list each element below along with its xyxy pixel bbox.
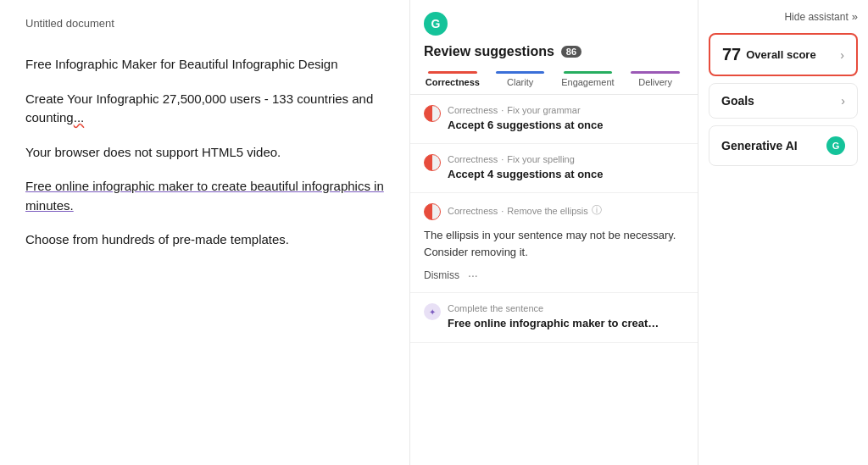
suggestion-text-4: Free online infographic maker to creat… xyxy=(448,316,659,331)
complete-sentence-icon: ✦ xyxy=(424,303,441,320)
goals-chevron: › xyxy=(841,94,845,108)
goals-label: Goals xyxy=(721,94,754,108)
suggestion-meta-2: Correctness · Fix your spelling xyxy=(448,154,604,164)
category-tabs: Correctness Clarity Engagement Delivery xyxy=(410,66,698,95)
suggestion-remove-ellipsis[interactable]: Correctness · Remove the ellipsis ⓘ The … xyxy=(410,193,698,293)
tab-delivery[interactable]: Delivery xyxy=(621,66,689,94)
ellipsis-icon xyxy=(424,203,441,220)
grammarly-header: G xyxy=(410,0,698,36)
generative-ai-card[interactable]: Generative AI G xyxy=(709,125,858,166)
suggestion-actions-3: Dismiss ··· xyxy=(424,268,684,282)
dismiss-button[interactable]: Dismiss xyxy=(424,269,459,281)
goals-card[interactable]: Goals › xyxy=(709,83,858,119)
tab-engagement[interactable]: Engagement xyxy=(554,66,622,94)
chevrons-icon: » xyxy=(852,10,858,23)
document-content: Free Infographic Maker for Beautiful Inf… xyxy=(25,55,384,250)
suggestion-meta-4: Complete the sentence xyxy=(448,303,659,313)
paragraph-4: Free online infographic maker to create … xyxy=(25,177,384,215)
gen-ai-icon: G xyxy=(826,136,845,155)
grammarly-logo: G xyxy=(424,12,448,36)
suggestions-panel: G Review suggestions 86 Correctness Clar… xyxy=(410,0,698,465)
score-chevron: › xyxy=(840,48,844,62)
review-header: Review suggestions 86 xyxy=(410,36,698,66)
paragraph-5: Choose from hundreds of pre-made templat… xyxy=(25,230,384,250)
tab-correctness[interactable]: Correctness xyxy=(419,66,487,94)
paragraph-3: Your browser does not support HTML5 vide… xyxy=(25,143,384,163)
spelling-error: ... xyxy=(74,110,85,125)
grammar-icon xyxy=(424,105,441,122)
clarity-tab-bar xyxy=(496,71,544,74)
suggestion-complete-sentence[interactable]: ✦ Complete the sentence Free online info… xyxy=(410,293,698,342)
document-panel: Untitled document Free Infographic Maker… xyxy=(0,0,410,465)
overall-score-card[interactable]: 77 Overall score › xyxy=(709,33,858,76)
correctness-tab-bar xyxy=(428,71,476,74)
paragraph-2: Create Your Infographic 27,500,000 users… xyxy=(25,90,384,128)
suggestion-meta-1: Correctness · Fix your grammar xyxy=(448,105,604,115)
more-options-button[interactable]: ··· xyxy=(468,268,478,282)
suggestion-body-3: The ellipsis in your sentence may not be… xyxy=(424,227,684,260)
suggestion-meta-3: Correctness · Remove the ellipsis ⓘ xyxy=(448,203,602,218)
paragraph-1: Free Infographic Maker for Beautiful Inf… xyxy=(25,55,384,75)
delivery-tab-bar xyxy=(631,71,679,74)
suggestions-list: Correctness · Fix your grammar Accept 6 … xyxy=(410,95,698,465)
spelling-icon xyxy=(424,154,441,171)
engagement-tab-bar xyxy=(564,71,612,74)
gen-ai-label: Generative AI xyxy=(721,139,798,152)
suggestion-fix-grammar[interactable]: Correctness · Fix your grammar Accept 6 … xyxy=(410,95,698,144)
score-label: Overall score xyxy=(746,48,815,61)
grammar-suggestion: Free online infographic maker to create … xyxy=(25,179,384,213)
review-title: Review suggestions xyxy=(424,44,554,59)
suggestion-fix-spelling[interactable]: Correctness · Fix your spelling Accept 4… xyxy=(410,144,698,193)
right-panel: Hide assistant » 77 Overall score › Goal… xyxy=(698,0,868,465)
suggestion-text-1: Accept 6 suggestions at once xyxy=(448,118,604,133)
suggestion-text-2: Accept 4 suggestions at once xyxy=(448,167,604,182)
document-title: Untitled document xyxy=(25,17,384,30)
hide-assistant-button[interactable]: Hide assistant » xyxy=(709,10,858,23)
info-icon[interactable]: ⓘ xyxy=(592,203,602,218)
score-content: 77 Overall score xyxy=(722,45,816,64)
suggestions-badge: 86 xyxy=(561,46,581,58)
tab-clarity[interactable]: Clarity xyxy=(487,66,554,94)
score-number: 77 xyxy=(722,45,741,64)
